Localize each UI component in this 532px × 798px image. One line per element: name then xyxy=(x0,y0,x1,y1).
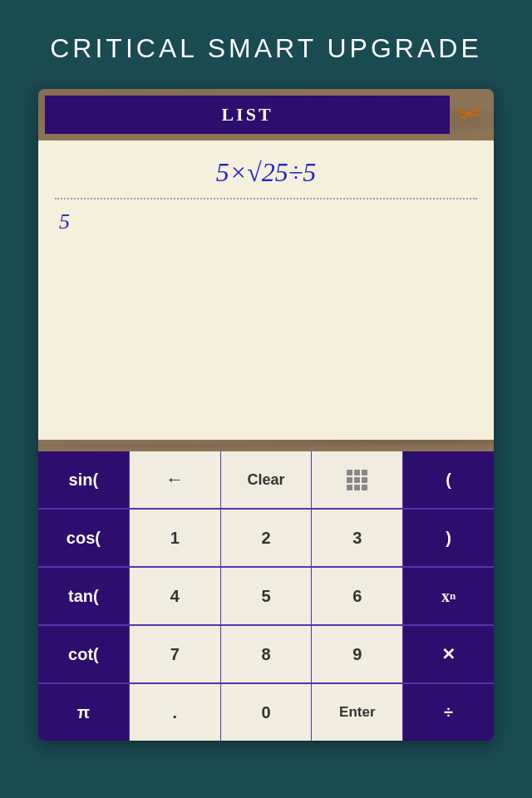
divider xyxy=(55,198,477,200)
cos-button[interactable]: cos( xyxy=(38,510,130,566)
key-0-button[interactable]: 0 xyxy=(221,684,313,741)
calculator: LIST ✂ 5×√25÷5 5 sin( ← Clear ( xyxy=(38,89,494,741)
key-row-5: π . 0 Enter ÷ xyxy=(38,684,494,741)
result-display: 5 xyxy=(55,209,477,234)
cot-button[interactable]: cot( xyxy=(38,626,130,682)
app-title: CRITICAL SMART UPGRADE xyxy=(50,33,481,64)
multiply-button[interactable]: ✕ xyxy=(403,626,494,682)
key-7-button[interactable]: 7 xyxy=(130,626,221,682)
backspace-button[interactable]: ← xyxy=(130,451,221,508)
list-tab[interactable]: LIST xyxy=(45,96,450,134)
key-row-1: sin( ← Clear ( xyxy=(38,451,494,510)
key-6-button[interactable]: 6 xyxy=(312,568,403,624)
decimal-button[interactable]: . xyxy=(130,684,221,741)
key-2-button[interactable]: 2 xyxy=(221,510,313,566)
pi-button[interactable]: π xyxy=(38,684,130,741)
key-5-button[interactable]: 5 xyxy=(221,568,313,624)
clear-button[interactable]: Clear xyxy=(221,451,313,508)
enter-button[interactable]: Enter xyxy=(312,684,403,741)
expression-display: 5×√25÷5 xyxy=(55,157,477,188)
stone-footer xyxy=(38,440,494,451)
key-row-4: cot( 7 8 9 ✕ xyxy=(38,626,494,684)
divide-button[interactable]: ÷ xyxy=(403,684,494,741)
key-row-3: tan( 4 5 6 xn xyxy=(38,568,494,626)
stone-header: LIST ✂ xyxy=(38,89,494,140)
key-3-button[interactable]: 3 xyxy=(312,510,403,566)
key-1-button[interactable]: 1 xyxy=(130,510,221,566)
key-4-button[interactable]: 4 xyxy=(130,568,221,624)
keyboard: sin( ← Clear ( cos( 1 2 3 ) tan( 4 5 xyxy=(38,451,494,741)
sin-button[interactable]: sin( xyxy=(38,451,130,508)
scissors-icon[interactable]: ✂ xyxy=(456,96,486,135)
power-button[interactable]: xn xyxy=(403,568,494,624)
open-paren-button[interactable]: ( xyxy=(403,451,494,508)
close-paren-button[interactable]: ) xyxy=(403,510,494,566)
grid-button[interactable] xyxy=(312,451,403,508)
grid-icon xyxy=(347,470,367,490)
key-8-button[interactable]: 8 xyxy=(221,626,313,682)
key-row-2: cos( 1 2 3 ) xyxy=(38,510,494,568)
display-area: 5×√25÷5 5 xyxy=(38,140,494,440)
tan-button[interactable]: tan( xyxy=(38,568,130,624)
key-9-button[interactable]: 9 xyxy=(312,626,403,682)
